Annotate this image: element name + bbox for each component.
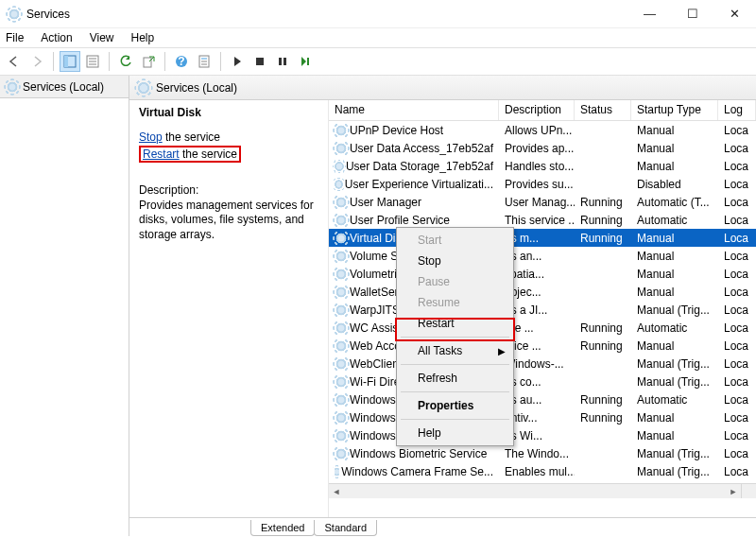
menu-action[interactable]: Action bbox=[41, 31, 72, 44]
service-startup: Manual bbox=[631, 429, 718, 442]
ctx-restart[interactable]: Restart bbox=[399, 313, 511, 334]
menu-file[interactable]: File bbox=[6, 31, 24, 44]
help-button[interactable]: ? bbox=[171, 51, 192, 72]
service-logon: Loca bbox=[718, 321, 756, 335]
console-tree: Services (Local) bbox=[0, 76, 129, 536]
stop-service-link[interactable]: Stop bbox=[139, 130, 163, 144]
col-description[interactable]: Description bbox=[499, 100, 575, 120]
service-row[interactable]: UPnP Device HostAllows UPn...ManualLoca bbox=[329, 121, 756, 139]
service-logon: Loca bbox=[718, 160, 756, 173]
service-row[interactable]: Wi-Fi Direes co...Manual (Trig...Loca bbox=[329, 373, 756, 390]
service-row[interactable]: WebClientWindows-...Manual (Trig...Loca bbox=[329, 355, 756, 373]
context-menu: Start Stop Pause Resume Restart All Task… bbox=[396, 227, 514, 446]
service-startup: Automatic (T... bbox=[631, 196, 718, 209]
ctx-pause[interactable]: Pause bbox=[399, 271, 511, 292]
close-button[interactable]: ✕ bbox=[713, 0, 756, 28]
maximize-button[interactable]: ☐ bbox=[671, 0, 713, 28]
service-row[interactable]: User Experience Virtualizati...Provides … bbox=[329, 175, 756, 193]
view-tabs: Extended Standard bbox=[129, 517, 756, 536]
refresh-button[interactable] bbox=[115, 51, 136, 72]
service-startup: Manual bbox=[631, 339, 718, 353]
service-name: UPnP Device Host bbox=[350, 124, 443, 137]
menu-help[interactable]: Help bbox=[131, 31, 155, 44]
gear-icon bbox=[335, 357, 348, 371]
service-row[interactable]: WC Assistare ...RunningAutomaticLoca bbox=[329, 319, 756, 337]
service-startup: Manual (Trig... bbox=[631, 465, 718, 478]
ctx-refresh[interactable]: Refresh bbox=[399, 368, 511, 389]
scroll-right-icon[interactable]: ► bbox=[726, 487, 741, 496]
ctx-all-tasks[interactable]: All Tasks▶ bbox=[399, 340, 511, 361]
restart-service-link[interactable]: Restart bbox=[143, 147, 180, 161]
services-list: Name Description Status Startup Type Log… bbox=[328, 100, 756, 517]
service-row[interactable]: User Data Access_17eb52afProvides ap...M… bbox=[329, 139, 756, 157]
restart-service-button[interactable] bbox=[295, 51, 316, 72]
service-row[interactable]: Windowsantiv...RunningManualLoca bbox=[329, 408, 756, 426]
col-logon[interactable]: Log bbox=[718, 100, 756, 120]
service-logon: Loca bbox=[718, 196, 756, 209]
gear-icon bbox=[136, 80, 150, 95]
service-row[interactable]: WarpJITSves a JI...Manual (Trig...Loca bbox=[329, 301, 756, 319]
tree-root-label: Services (Local) bbox=[23, 80, 104, 94]
service-name: Wi-Fi Dire bbox=[350, 375, 400, 389]
service-row[interactable]: WalletServobjec...ManualLoca bbox=[329, 283, 756, 301]
ctx-start[interactable]: Start bbox=[399, 230, 511, 251]
pane-header: Services (Local) bbox=[129, 76, 756, 100]
tab-standard[interactable]: Standard bbox=[314, 520, 377, 536]
pause-service-button[interactable] bbox=[272, 51, 293, 72]
service-row[interactable]: Web Accorvice ...RunningManualLoca bbox=[329, 337, 756, 355]
scroll-corner bbox=[741, 483, 756, 498]
restart-highlight-box: Restart the service bbox=[139, 146, 241, 163]
service-startup: Manual bbox=[631, 160, 718, 173]
export-button[interactable] bbox=[138, 51, 159, 72]
col-name[interactable]: Name bbox=[329, 100, 499, 120]
service-name: User Manager bbox=[350, 196, 421, 209]
svg-rect-1 bbox=[64, 56, 68, 67]
service-row[interactable]: Volume Shes an...ManualLoca bbox=[329, 247, 756, 265]
service-row[interactable]: User Profile ServiceThis service ...Runn… bbox=[329, 211, 756, 229]
ctx-help[interactable]: Help bbox=[399, 423, 511, 443]
tab-extended[interactable]: Extended bbox=[250, 520, 315, 536]
horizontal-scrollbar[interactable]: ◄ ► bbox=[329, 483, 741, 498]
service-startup: Manual bbox=[631, 124, 718, 137]
stop-service-button[interactable] bbox=[249, 51, 270, 72]
service-row[interactable]: Windowses au...RunningAutomaticLoca bbox=[329, 390, 756, 408]
service-logon: Loca bbox=[718, 429, 756, 442]
service-logon: Loca bbox=[718, 268, 756, 281]
service-row[interactable]: Windows Biometric ServiceThe Windo...Man… bbox=[329, 444, 756, 462]
service-row[interactable]: Volumetricspatia...ManualLoca bbox=[329, 265, 756, 283]
show-hide-tree-button[interactable] bbox=[60, 51, 80, 72]
submenu-arrow-icon: ▶ bbox=[498, 346, 506, 356]
col-status[interactable]: Status bbox=[575, 100, 631, 120]
service-startup: Manual (Trig... bbox=[631, 304, 718, 317]
back-button[interactable] bbox=[4, 51, 25, 72]
service-name: WebClient bbox=[350, 357, 402, 371]
service-status: Running bbox=[575, 321, 631, 335]
gear-icon bbox=[335, 196, 348, 209]
col-startup-type[interactable]: Startup Type bbox=[631, 100, 718, 120]
forward-button[interactable] bbox=[26, 51, 47, 72]
service-row[interactable]: Virtual Dises m...RunningManualLoca bbox=[329, 229, 756, 247]
service-logon: Loca bbox=[718, 214, 756, 227]
service-name: User Experience Virtualizati... bbox=[345, 178, 493, 191]
gear-icon bbox=[335, 339, 348, 353]
service-row[interactable]: Windowses Wi...ManualLoca bbox=[329, 426, 756, 444]
ctx-stop[interactable]: Stop bbox=[399, 251, 511, 271]
service-row[interactable]: Windows Camera Frame Se...Enables mul...… bbox=[329, 462, 756, 480]
service-status: Running bbox=[575, 196, 631, 209]
ctx-properties[interactable]: Properties bbox=[399, 395, 511, 416]
minimize-button[interactable]: — bbox=[628, 0, 671, 28]
start-service-button[interactable] bbox=[227, 51, 248, 72]
service-desc: Enables mul... bbox=[499, 465, 575, 478]
properties-button[interactable] bbox=[194, 51, 215, 72]
ctx-resume[interactable]: Resume bbox=[399, 292, 511, 313]
gear-icon bbox=[335, 286, 348, 299]
service-startup: Manual bbox=[631, 268, 718, 281]
service-row[interactable]: User ManagerUser Manag...RunningAutomati… bbox=[329, 193, 756, 211]
service-status: Running bbox=[575, 411, 631, 425]
tree-root-services-local[interactable]: Services (Local) bbox=[0, 76, 129, 98]
service-startup: Manual bbox=[631, 142, 718, 155]
details-button[interactable] bbox=[82, 51, 103, 72]
scroll-left-icon[interactable]: ◄ bbox=[329, 487, 344, 496]
service-row[interactable]: User Data Storage_17eb52afHandles sto...… bbox=[329, 157, 756, 175]
menu-view[interactable]: View bbox=[90, 31, 114, 44]
